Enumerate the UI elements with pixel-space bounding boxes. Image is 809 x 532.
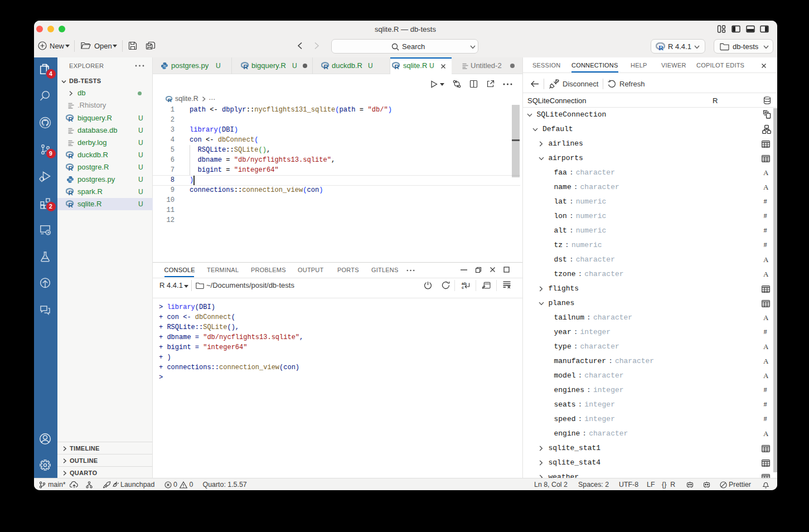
svg-text:R: R (168, 97, 172, 103)
svg-text:R: R (658, 44, 664, 51)
svg-text:R: R (394, 64, 399, 70)
svg-text:R: R (68, 202, 73, 209)
svg-text:R: R (323, 64, 328, 70)
svg-text:R: R (68, 165, 73, 172)
svg-text:R: R (68, 153, 73, 159)
svg-text:R: R (68, 116, 73, 123)
svg-text:R: R (243, 64, 248, 70)
svg-text:c: c (462, 285, 464, 289)
svg-text:R: R (68, 190, 73, 196)
